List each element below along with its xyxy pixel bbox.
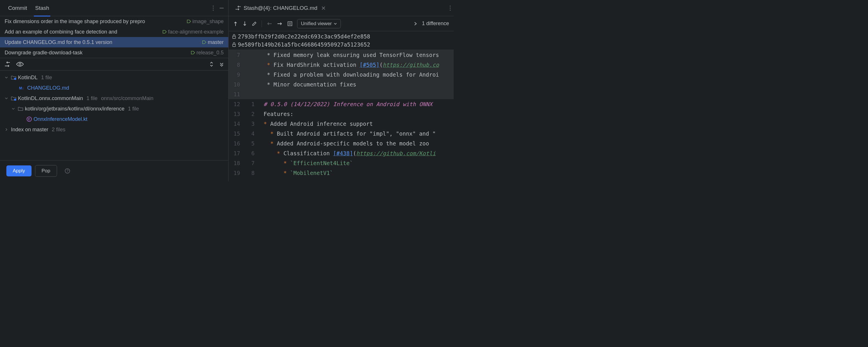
tree-node[interactable]: kotlin/org/jetbrains/kotlinx/dl/onnx/inf… (0, 103, 228, 114)
viewer-dropdown[interactable]: Unified viewer (297, 19, 341, 28)
left-panel: Commit Stash Fix dimensions order in the… (0, 0, 228, 181)
diff-line: 154 * Built Android artifacts for "impl"… (228, 129, 454, 138)
branch-tag: face-alignment-example (162, 29, 224, 35)
svg-rect-7 (14, 99, 16, 101)
editor-tab[interactable]: Stash@{4}: CHANGELOG.md (231, 0, 329, 16)
markdown-file-icon: M↓ (19, 86, 26, 90)
hash-text: 2793bffb29f2d0c2e22edc693c3ac95d4ef2e858 (238, 33, 370, 40)
list-icon[interactable] (287, 21, 292, 26)
tree-file-label: OnnxInferenceModel.kt (34, 116, 87, 122)
collapse-all-icon[interactable] (219, 62, 224, 67)
tree-file[interactable]: C OnnxInferenceModel.kt (0, 114, 228, 124)
tab-stash-label: Stash (35, 5, 49, 11)
apply-button[interactable]: Apply (6, 165, 32, 177)
svg-rect-5 (14, 78, 16, 80)
back-icon[interactable] (267, 22, 272, 26)
chevron-down-icon[interactable] (11, 107, 16, 111)
diff-line: 8 * Fix HardShrink activation [#505](htt… (228, 60, 454, 70)
right-panel: Stash@{4}: CHANGELOG.md Unified viewer 1… (228, 0, 454, 181)
diff-line: 176 * Classification [#438](https://gith… (228, 148, 454, 158)
diff-line: 11 (228, 89, 454, 99)
tab-commit-label: Commit (8, 5, 27, 11)
commit-row[interactable]: Downgrade gradle-download-task release_0… (0, 48, 228, 58)
svg-text:?: ? (66, 169, 69, 173)
lock-icon (232, 42, 236, 47)
close-tab-icon[interactable] (321, 6, 326, 10)
commit-row[interactable]: Add an example of combining face detecti… (0, 27, 228, 37)
forward-icon[interactable] (277, 22, 283, 26)
tree-meta: 1 file (41, 74, 52, 81)
pop-button[interactable]: Pop (35, 165, 57, 177)
tree-meta: 1 file (128, 106, 139, 112)
tree-node[interactable]: Index on master 2 files (0, 124, 228, 135)
bottom-bar: Apply Pop ? (0, 160, 228, 181)
navigate-icon[interactable] (4, 61, 11, 67)
folder-icon (11, 96, 16, 101)
svg-point-13 (450, 7, 451, 8)
svg-point-12 (450, 5, 451, 6)
expand-collapse-icon[interactable] (209, 61, 214, 67)
tree-meta: 1 file (87, 95, 97, 101)
tabs-header: Commit Stash (0, 0, 228, 16)
tab-stash[interactable]: Stash (31, 0, 53, 16)
chevron-right-icon[interactable] (5, 128, 9, 131)
tree-label: Index on master (11, 127, 48, 133)
chevron-down-icon[interactable] (5, 97, 9, 100)
tree-file-label: CHANGELOG.md (27, 85, 69, 91)
minimize-icon[interactable] (219, 5, 224, 11)
svg-point-4 (19, 63, 21, 65)
files-toolbar (0, 58, 228, 70)
diff-toolbar: Unified viewer 1 difference (228, 16, 454, 31)
tree-file[interactable]: M↓ CHANGELOG.md (0, 83, 228, 93)
folder-icon (11, 75, 16, 80)
chevron-down-icon[interactable] (5, 76, 9, 79)
diff-line: 165 * Added Android-specific models to t… (228, 138, 454, 148)
diff-line: 132Features: (228, 109, 454, 119)
preview-icon[interactable] (16, 62, 24, 67)
commit-list: Fix dimensions order in the image shape … (0, 16, 228, 58)
svg-rect-19 (232, 36, 236, 38)
hash-section: 2793bffb29f2d0c2e22edc693c3ac95d4ef2e858… (228, 31, 454, 50)
branch-tag: master (202, 39, 224, 45)
diff-line: 187 * `EfficientNet4Lite` (228, 158, 454, 168)
diff-line: 121# 0.5.0 (14/12/2022) Inference on And… (228, 99, 454, 109)
more-actions-icon[interactable] (450, 5, 451, 11)
commit-message: Downgrade gradle-download-task (5, 50, 188, 56)
commit-row-selected[interactable]: Update CHANGELOG.md for the 0.5.1 versio… (0, 37, 228, 48)
tab-commit[interactable]: Commit (4, 0, 31, 16)
lock-icon (232, 34, 236, 39)
svg-point-2 (213, 9, 214, 10)
diff-viewer[interactable]: 7 * Fixed memory leak ensuring used Tens… (228, 50, 454, 181)
viewer-label: Unified viewer (301, 21, 332, 27)
tree-label: KotlinDL (18, 74, 38, 81)
kotlin-class-icon: C (27, 117, 32, 122)
hash-row: 9e589fb149b261a5fbc4668645950927a5123652 (228, 40, 454, 49)
tree-label: kotlin/org/jetbrains/kotlinx/dl/onnx/inf… (25, 106, 124, 112)
commit-message: Fix dimensions order in the image shape … (5, 19, 184, 25)
file-tree: KotlinDL 1 file M↓ CHANGELOG.md KotlinDL… (0, 70, 228, 160)
diff-count: 1 difference (422, 21, 449, 27)
tree-node[interactable]: KotlinDL.onnx.commonMain 1 file onnx/src… (0, 93, 228, 103)
next-diff-icon[interactable] (243, 21, 247, 27)
svg-rect-3 (220, 8, 224, 8)
diff-line: 143* Added Android inference support (228, 119, 454, 129)
edit-icon[interactable] (252, 21, 257, 26)
branch-tag: image_shape (187, 19, 224, 25)
diff-line: 7 * Fixed memory leak ensuring used Tens… (228, 50, 454, 60)
diff-line: 10 * Minor documentation fixes (228, 80, 454, 89)
svg-text:C: C (28, 118, 30, 121)
svg-point-14 (450, 9, 451, 10)
tree-label: KotlinDL.onnx.commonMain (18, 95, 83, 101)
commit-row[interactable]: Fix dimensions order in the image shape … (0, 16, 228, 27)
svg-point-1 (213, 7, 214, 8)
help-icon[interactable]: ? (64, 168, 70, 174)
more-actions-icon[interactable] (213, 5, 214, 11)
hash-text: 9e589fb149b261a5fbc4668645950927a5123652 (238, 41, 370, 48)
chevron-down-icon (334, 22, 337, 26)
chevron-right-icon[interactable] (414, 22, 417, 26)
stash-go-icon (235, 5, 241, 11)
tree-node[interactable]: KotlinDL 1 file (0, 72, 228, 83)
tree-path: onnx/src/commonMain (101, 95, 153, 101)
diff-line: 198 * `MobilenetV1` (228, 168, 454, 178)
prev-diff-icon[interactable] (233, 21, 238, 27)
